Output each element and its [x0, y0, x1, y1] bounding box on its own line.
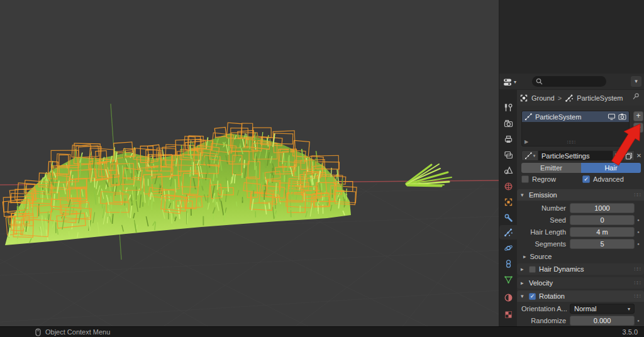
- chevron-right-icon: ▸: [521, 266, 526, 272]
- animate-dot[interactable]: ●: [635, 218, 642, 222]
- tab-object[interactable]: [499, 195, 517, 209]
- panel-top-area: [499, 0, 644, 74]
- version-label: 3.5.0: [623, 328, 638, 336]
- fake-user-icon[interactable]: [613, 150, 624, 161]
- animate-dot[interactable]: ●: [635, 230, 642, 234]
- field-row-orientation: Orientation A... Normal ▾ ●: [521, 304, 642, 314]
- panel-hair-dynamics-title: Hair Dynamics: [539, 265, 584, 273]
- particle-settings-datablock: ▾ ParticleSettings ✕: [521, 150, 643, 161]
- tab-render[interactable]: [499, 116, 517, 131]
- 3d-viewport[interactable]: [0, 0, 499, 326]
- datablock-name-field[interactable]: ParticleSettings: [538, 150, 613, 161]
- status-context-menu: Object Context Menu: [45, 328, 110, 336]
- hair-options-row: Regrow ✓ Advanced: [521, 175, 641, 184]
- pin-icon[interactable]: [632, 92, 640, 100]
- panel-velocity-title: Velocity: [529, 279, 553, 287]
- field-row-seed: Seed 0 ●: [521, 215, 642, 225]
- tab-material[interactable]: [499, 290, 517, 305]
- tab-tool[interactable]: [499, 101, 517, 115]
- chevron-right-icon: ▸: [523, 253, 526, 260]
- editor-type-button[interactable]: ▾: [503, 76, 522, 87]
- breadcrumb-separator: >: [558, 94, 562, 102]
- chevron-down-icon: ▾: [521, 293, 526, 299]
- seed-field[interactable]: 0: [570, 215, 635, 225]
- subpanel-source[interactable]: ▸ Source: [523, 253, 552, 260]
- search-input[interactable]: [532, 76, 606, 87]
- panel-velocity[interactable]: ▸ Velocity ∷∷: [517, 277, 644, 289]
- breadcrumb-object[interactable]: Ground: [531, 94, 555, 102]
- tab-texture[interactable]: [499, 307, 517, 322]
- list-resize-grip[interactable]: ∷∷∷: [567, 140, 575, 145]
- chevron-down-icon: ▾: [533, 153, 536, 158]
- tab-scene[interactable]: [499, 163, 517, 178]
- render-visibility-icon[interactable]: [608, 113, 616, 120]
- field-row-number: Number 1000 ●: [521, 203, 642, 213]
- tab-modifiers[interactable]: [499, 211, 517, 225]
- rotation-checkbox[interactable]: ✓: [529, 293, 536, 300]
- advanced-label: Advanced: [593, 175, 624, 183]
- orientation-axis-select[interactable]: Normal ▾: [570, 304, 635, 314]
- panel-drag-grip[interactable]: ∷∷: [635, 192, 640, 198]
- hair-length-field[interactable]: 4 m: [570, 227, 635, 237]
- chevron-down-icon: ▾: [628, 306, 630, 312]
- number-field[interactable]: 1000: [570, 203, 635, 213]
- segments-label: Segments: [521, 240, 570, 248]
- particle-type-tabs: Emitter Hair: [521, 163, 641, 173]
- panel-drag-grip[interactable]: ∷∷: [635, 293, 640, 299]
- add-particle-system-button[interactable]: +: [633, 111, 643, 121]
- properties-tab-column: [499, 90, 517, 326]
- animate-dot[interactable]: ●: [635, 319, 642, 323]
- regrow-checkbox[interactable]: [521, 175, 529, 183]
- list-specials-menu-icon[interactable]: ▾: [635, 135, 638, 140]
- breadcrumb-data[interactable]: ParticleSystem: [577, 94, 623, 102]
- advanced-checkbox[interactable]: ✓: [582, 175, 590, 183]
- list-disclosure-icon[interactable]: ▶: [525, 139, 528, 145]
- field-row-segments: Segments 5 ●: [521, 239, 642, 249]
- panel-drag-grip[interactable]: ∷∷: [635, 266, 640, 272]
- orientation-axis-value: Normal: [574, 305, 628, 312]
- particles-icon: [565, 94, 574, 102]
- tab-output[interactable]: [499, 132, 517, 146]
- field-row-hair-length: Hair Length 4 m ●: [521, 227, 642, 237]
- randomize-label: Randomize: [521, 317, 570, 324]
- properties-editor-icon: [503, 77, 513, 87]
- datablock-browse-button[interactable]: ▾: [521, 150, 538, 161]
- breadcrumb: Ground > ParticleSystem: [499, 90, 644, 106]
- tab-emitter[interactable]: Emitter: [521, 163, 581, 173]
- panel-rotation-title: Rotation: [539, 292, 565, 300]
- regrow-label: Regrow: [532, 175, 556, 183]
- panel-hair-dynamics[interactable]: ▸ Hair Dynamics ∷∷: [517, 263, 644, 275]
- chevron-down-icon: ▾: [514, 79, 516, 85]
- remove-particle-system-button[interactable]: −: [633, 123, 643, 133]
- header-options-button[interactable]: ▾: [631, 76, 641, 87]
- unlink-icon[interactable]: ✕: [635, 150, 643, 161]
- segments-field[interactable]: 5: [570, 239, 635, 249]
- hair-length-label: Hair Length: [521, 228, 570, 236]
- subpanel-source-label: Source: [530, 253, 552, 260]
- tab-object-data[interactable]: [499, 272, 517, 287]
- mouse-icon: [35, 328, 41, 336]
- blender-window: ▾ ▾ Ground > ParticleSystem: [0, 0, 644, 337]
- viewport-canvas: [0, 0, 499, 326]
- hair-dynamics-checkbox[interactable]: [529, 266, 536, 273]
- tab-hair[interactable]: Hair: [581, 163, 641, 173]
- status-bar: Object Context Menu 3.5.0: [0, 326, 644, 337]
- seed-label: Seed: [521, 216, 570, 224]
- panel-emission[interactable]: ▾ Emission ∷∷: [517, 189, 644, 201]
- panel-drag-grip[interactable]: ∷∷: [635, 280, 640, 286]
- new-copy-icon[interactable]: [624, 150, 635, 161]
- particle-system-name: ParticleSystem: [535, 113, 605, 121]
- tab-physics[interactable]: [499, 241, 517, 255]
- panel-rotation[interactable]: ▾ ✓ Rotation ∷∷: [517, 290, 644, 302]
- orientation-axis-label: Orientation A...: [521, 305, 570, 312]
- camera-icon[interactable]: [618, 113, 626, 120]
- particle-system-list-item[interactable]: ParticleSystem: [522, 111, 629, 122]
- tab-world[interactable]: [499, 179, 517, 194]
- randomize-field[interactable]: 0.000: [570, 316, 635, 326]
- tab-constraints[interactable]: [499, 257, 517, 271]
- animate-dot[interactable]: ●: [635, 242, 642, 246]
- tab-view-layer[interactable]: [499, 148, 517, 162]
- panel-emission-title: Emission: [529, 191, 557, 199]
- tab-particles[interactable]: [499, 225, 517, 240]
- chevron-right-icon: ▸: [521, 280, 526, 286]
